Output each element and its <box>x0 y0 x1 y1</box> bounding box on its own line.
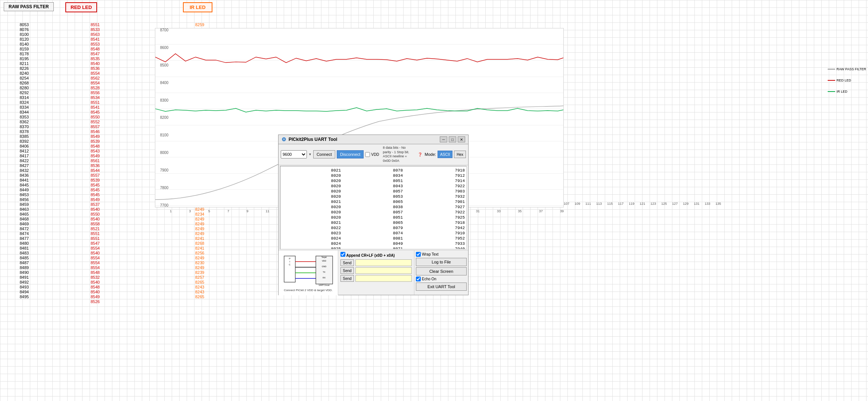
connect-button[interactable]: Connect <box>313 150 335 158</box>
minimize-button[interactable]: ─ <box>440 136 447 142</box>
macro-input-1[interactable] <box>355 259 412 266</box>
list-item: 8541 <box>71 105 119 110</box>
table-row: 8020 <box>282 178 341 183</box>
table-row: 7901 <box>406 199 465 204</box>
send-button-1[interactable]: Send <box>340 259 354 266</box>
help-icon[interactable]: ❓ <box>418 152 422 157</box>
table-row: 8020 <box>282 210 341 215</box>
list-item: 8353 <box>0 115 49 120</box>
list-item: 8549 <box>71 197 119 202</box>
svg-text:RX: RX <box>323 277 326 279</box>
list-item: 8463 <box>0 207 49 212</box>
list-item: 8539 <box>71 139 119 144</box>
list-item: 8159 <box>0 47 49 52</box>
macro-input-2[interactable] <box>355 267 412 274</box>
x-axis-label: 31 <box>476 209 480 213</box>
x-axis-label: 5 <box>208 209 210 213</box>
y-axis-label: 8700 <box>160 28 168 32</box>
vdd-checkbox-label[interactable]: VDD <box>365 152 379 157</box>
list-item: 8474 <box>0 231 49 236</box>
list-item: 8100 <box>0 32 49 37</box>
list-item: 8491 <box>0 275 49 280</box>
svg-text:UART Circuit: UART Circuit <box>318 284 330 286</box>
list-item: 8406 <box>0 144 49 149</box>
baud-rate-select[interactable]: 9600 19200 38400 115200 <box>281 150 307 158</box>
ascii-mode-button[interactable]: ASCII <box>438 151 452 158</box>
table-row: 7903 <box>406 189 465 194</box>
vdd-checkbox[interactable] <box>365 152 370 157</box>
list-item: 8254 <box>0 76 49 81</box>
macro-row-2: Send <box>340 267 412 274</box>
wrap-text-label[interactable]: Wrap Text <box>416 252 467 257</box>
list-item: 8195 <box>0 56 49 61</box>
list-item: 8140 <box>0 42 49 47</box>
table-row: 8081 <box>344 236 403 241</box>
list-item: 8469 <box>0 222 49 226</box>
log-to-file-button[interactable]: Log to File <box>416 258 467 266</box>
append-crlf-checkbox-label[interactable]: Append CR+LF (x0D + x0A) <box>340 253 395 257</box>
y-axis-label: 8300 <box>160 98 168 102</box>
maximize-button[interactable]: □ <box>449 136 456 142</box>
table-row: 7918 <box>406 220 465 225</box>
table-row: 8051 <box>344 215 403 220</box>
macro-input-3[interactable] <box>355 275 412 282</box>
list-item: 8453 <box>0 192 49 197</box>
list-item: 8256 <box>175 251 224 256</box>
table-row: 8078 <box>344 168 403 173</box>
list-item: 8546 <box>71 129 119 134</box>
svg-text:P: P <box>289 257 290 260</box>
list-item: 8561 <box>71 158 119 163</box>
disconnect-button[interactable]: Disconnect <box>337 150 364 158</box>
append-crlf-checkbox[interactable] <box>340 252 345 257</box>
table-row: 8024 <box>282 236 341 241</box>
x-axis-label: 37 <box>539 209 543 213</box>
list-item: 8541 <box>71 37 119 42</box>
list-item: 8540 <box>71 280 119 285</box>
list-item: 8239 <box>175 270 224 275</box>
list-item: 8468 <box>0 217 49 222</box>
list-item: 8076 <box>0 27 49 32</box>
exit-uart-button[interactable]: Exit UART Tool <box>416 283 467 291</box>
list-item: 8551 <box>71 22 119 27</box>
list-item: 8537 <box>71 202 119 207</box>
clear-screen-button[interactable]: Clear Screen <box>416 267 467 275</box>
x-axis-label-right: 113 <box>596 202 602 206</box>
svg-text:C: C <box>289 263 290 266</box>
send-button-3[interactable]: Send <box>340 275 354 282</box>
table-row: 8020 <box>282 183 341 189</box>
list-item: 8562 <box>71 76 119 81</box>
dialog-controls[interactable]: ─ □ ✕ <box>440 136 465 142</box>
table-row: 8021 <box>282 199 341 204</box>
red-data-column: 8551853385638541855385488547853585408536… <box>71 22 119 304</box>
list-item: 8521 <box>71 226 119 231</box>
hex-mode-button[interactable]: Hex <box>454 151 466 158</box>
send-button-2[interactable]: Send <box>340 267 354 274</box>
dialog-title: ⚙ PICkit2Plus UART Tool <box>281 136 337 142</box>
legend-ir: IR LED <box>828 90 866 93</box>
list-item: 8445 <box>0 183 49 188</box>
x-axis-label-right: 129 <box>683 202 688 206</box>
list-item: 8545 <box>71 110 119 115</box>
table-row: 8079 <box>344 225 403 231</box>
y-axis-label: 7800 <box>160 186 168 190</box>
list-item: 8543 <box>71 149 119 154</box>
legend-raw-line <box>828 69 835 70</box>
list-item: 8292 <box>0 90 49 95</box>
uart-data-area: 8021807879188020803479128020805179148020… <box>280 166 467 249</box>
echo-on-label[interactable]: Echo On <box>416 277 467 281</box>
legend-ir-label: IR LED <box>837 90 847 93</box>
x-axis-label-right: 115 <box>607 202 613 206</box>
table-row: 7933 <box>406 241 465 246</box>
list-item: 8540 <box>71 251 119 256</box>
table-row: 7927 <box>406 204 465 210</box>
list-item: 8550 <box>71 212 119 217</box>
list-item: 8563 <box>71 32 119 37</box>
x-axis-label: 3 <box>189 209 191 213</box>
table-row: 7914 <box>406 178 465 183</box>
svg-rect-11 <box>284 256 295 282</box>
echo-on-checkbox[interactable] <box>416 277 421 281</box>
x-axis-label: 9 <box>246 209 248 213</box>
wrap-text-checkbox[interactable] <box>416 252 421 257</box>
list-item: 8545 <box>71 188 119 192</box>
close-button[interactable]: ✕ <box>458 136 465 142</box>
